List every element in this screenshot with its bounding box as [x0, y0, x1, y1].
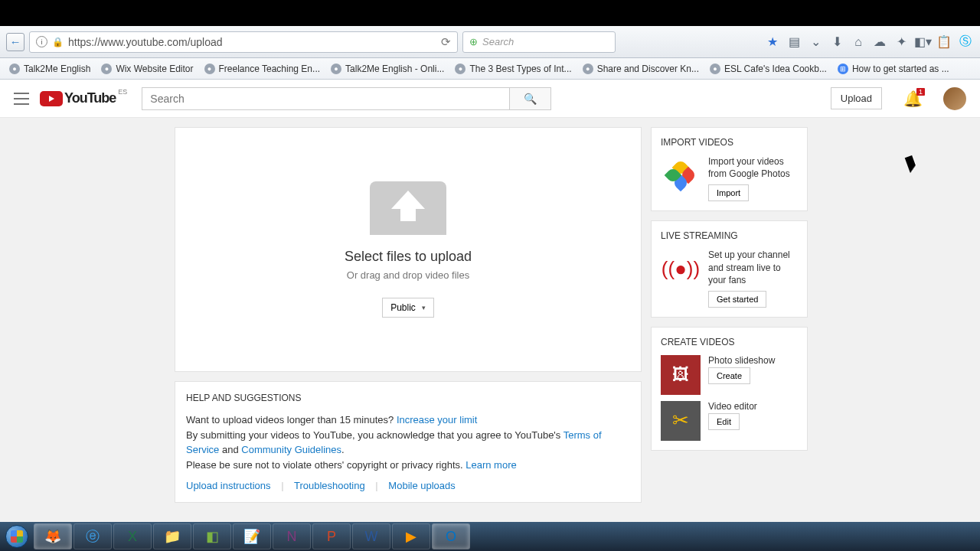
chat-icon[interactable]: ☁: [871, 34, 888, 51]
favicon: ●: [583, 64, 593, 74]
guidelines-link[interactable]: Community Guidelines: [241, 444, 341, 455]
clipboard-icon[interactable]: 📋: [936, 34, 952, 51]
taskbar-word[interactable]: W: [352, 523, 390, 549]
avatar[interactable]: [943, 87, 966, 110]
create-slideshow-button[interactable]: Create: [708, 367, 750, 384]
bookmark-star-icon[interactable]: ★: [764, 34, 781, 51]
upload-title: Select files to upload: [345, 249, 472, 265]
bookmark-item[interactable]: ⊞How to get started as ...: [833, 61, 954, 77]
notification-badge: 1: [916, 88, 925, 96]
bookmark-item[interactable]: ●Talk2Me English - Onli...: [326, 61, 449, 77]
help-links: Upload instructions | Troubleshooting | …: [186, 480, 630, 491]
live-heading: LIVE STREAMING: [661, 230, 798, 241]
browser-toolbar: ← i 🔒 ⟳ ⊕ Search ★ ▤ ⌄ ⬇ ⌂ ☁ ✦ ◧▾ 📋 Ⓢ: [0, 26, 980, 58]
back-button[interactable]: ←: [6, 33, 24, 51]
bookmark-item[interactable]: ●Talk2Me English: [5, 61, 95, 77]
taskbar-powerpoint[interactable]: P: [312, 523, 351, 549]
favicon: ●: [204, 64, 215, 74]
import-desc: Import your videos from Google Photos: [708, 155, 798, 180]
upload-instructions-link[interactable]: Upload instructions: [186, 480, 271, 491]
create-heading: CREATE VIDEOS: [661, 337, 798, 347]
slideshow-title: Photo slideshow: [708, 355, 775, 366]
favicon: ●: [9, 64, 20, 74]
taskbar-outlook[interactable]: O: [432, 523, 470, 549]
import-button[interactable]: Import: [708, 184, 749, 201]
extension-icon-1[interactable]: ✦: [893, 34, 910, 51]
url-input[interactable]: [68, 36, 436, 48]
reload-icon[interactable]: ⟳: [441, 35, 451, 49]
live-streaming-card: LIVE STREAMING ((●)) Set up your channel…: [651, 220, 808, 318]
increase-limit-link[interactable]: Increase your limit: [397, 414, 477, 425]
search-placeholder: Search: [482, 36, 514, 47]
menu-icon[interactable]: [14, 93, 29, 105]
reader-icon[interactable]: ▤: [786, 34, 802, 51]
privacy-select[interactable]: Public: [382, 298, 434, 318]
taskbar-excel[interactable]: X: [113, 523, 152, 549]
taskbar-media[interactable]: ▶: [392, 523, 430, 549]
bookmarks-bar: ●Talk2Me English ●Wix Website Editor ●Fr…: [0, 58, 980, 80]
pocket-icon[interactable]: ⌄: [807, 34, 824, 51]
bookmark-item[interactable]: ●Freelance Teaching En...: [200, 61, 325, 77]
import-heading: IMPORT VIDEOS: [661, 137, 798, 148]
taskbar-onenote[interactable]: N: [273, 523, 311, 549]
learn-more-link[interactable]: Learn more: [466, 459, 516, 471]
favicon: ●: [101, 64, 112, 74]
youtube-logo[interactable]: YouTube ES: [40, 90, 116, 106]
create-videos-card: CREATE VIDEOS 🖼 Photo slideshow Create ✂…: [651, 327, 808, 451]
taskbar-app-green[interactable]: ◧: [193, 523, 231, 549]
notifications-icon[interactable]: 🔔1: [903, 90, 922, 108]
extension-icon-2[interactable]: ◧▾: [914, 34, 931, 51]
google-photos-icon: [661, 155, 701, 195]
help-section: HELP AND SUGGESTIONS Want to upload vide…: [175, 381, 642, 503]
search-engine-icon: ⊕: [469, 36, 478, 47]
mobile-uploads-link[interactable]: Mobile uploads: [388, 480, 455, 491]
favicon: ●: [710, 64, 720, 74]
bookmark-item[interactable]: ●Wix Website Editor: [96, 61, 198, 77]
youtube-header: YouTube ES 🔍 Upload 🔔1: [0, 80, 980, 118]
windows-taskbar: 🦊 ⓔ X 📁 ◧ 📝 N P W ▶ O: [0, 522, 980, 551]
lock-icon: 🔒: [52, 37, 64, 47]
upload-dropzone[interactable]: Select files to upload Or drag and drop …: [175, 127, 642, 372]
slideshow-icon: 🖼: [661, 355, 701, 395]
favicon: ⊞: [838, 64, 848, 74]
play-icon: [40, 91, 63, 106]
help-heading: HELP AND SUGGESTIONS: [186, 393, 630, 403]
editor-title: Video editor: [708, 401, 757, 412]
upload-arrow-icon[interactable]: [370, 181, 446, 235]
upload-button[interactable]: Upload: [831, 87, 882, 109]
search-input[interactable]: [142, 87, 509, 110]
taskbar-firefox[interactable]: 🦊: [34, 523, 72, 549]
troubleshooting-link[interactable]: Troubleshooting: [294, 480, 365, 491]
favicon: ●: [331, 64, 341, 74]
taskbar-ie[interactable]: ⓔ: [74, 523, 112, 549]
upload-subtitle: Or drag and drop video files: [347, 269, 469, 281]
address-bar[interactable]: i 🔒 ⟳: [29, 31, 458, 53]
favicon: ●: [455, 64, 466, 74]
content-area: Select files to upload Or drag and drop …: [0, 118, 980, 503]
home-icon[interactable]: ⌂: [850, 34, 867, 51]
taskbar-notes[interactable]: 📝: [233, 523, 271, 549]
bookmark-item[interactable]: ●The 3 Best Types of Int...: [450, 61, 576, 77]
bookmark-item[interactable]: ●ESL Cafe's Idea Cookb...: [705, 61, 831, 77]
edit-video-button[interactable]: Edit: [708, 413, 740, 430]
site-info-icon[interactable]: i: [36, 36, 47, 47]
downloads-icon[interactable]: ⬇: [828, 34, 845, 51]
taskbar-explorer[interactable]: 📁: [153, 523, 191, 549]
start-button[interactable]: [2, 523, 32, 549]
get-started-button[interactable]: Get started: [708, 291, 766, 308]
search-button[interactable]: 🔍: [509, 87, 551, 110]
skype-icon[interactable]: Ⓢ: [957, 34, 974, 51]
youtube-search: 🔍: [142, 87, 551, 110]
bookmark-item[interactable]: ●Share and Discover Kn...: [578, 61, 704, 77]
window-titlebar: [0, 0, 980, 26]
video-editor-icon: ✂: [661, 401, 701, 441]
browser-search[interactable]: ⊕ Search: [462, 31, 616, 53]
live-icon: ((●)): [661, 249, 701, 289]
live-desc: Set up your channel and stream live to y…: [708, 249, 798, 286]
import-videos-card: IMPORT VIDEOS Import your videos from Go…: [651, 127, 808, 211]
